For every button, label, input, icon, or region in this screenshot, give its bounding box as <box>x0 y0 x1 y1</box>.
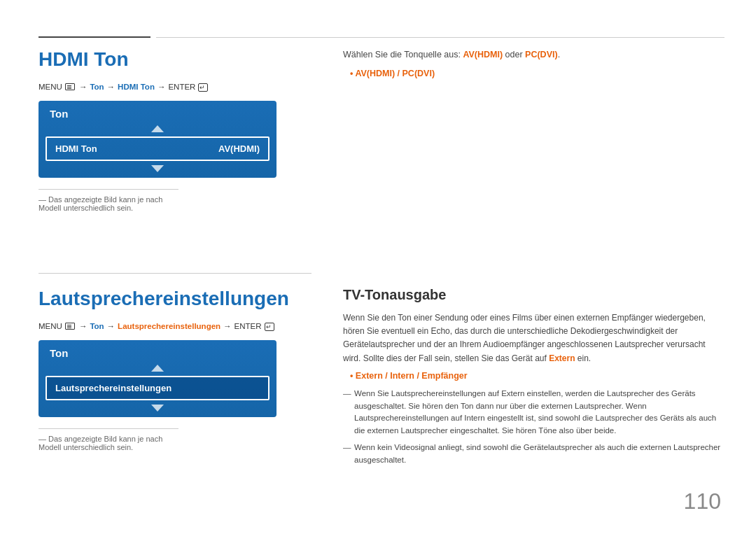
arrow2: → <box>107 83 115 91</box>
laut-tv-box: Ton Lautsprechereinstellungen <box>38 340 276 417</box>
av-hdmi-text: AV(HDMI) <box>463 50 503 59</box>
laut-tv-box-down-arrow <box>38 403 276 417</box>
note1-laut2: Lautsprechereinstellungen <box>354 414 449 422</box>
section-divider <box>38 273 312 274</box>
arrow1: → <box>79 83 88 91</box>
tv-tonausgabe-title: TV-Tonausgabe <box>343 287 724 303</box>
laut-image-note: Das angezeigte Bild kann je nach Modell … <box>38 428 178 451</box>
tv-tonausgabe-note1: Wenn Sie Lautsprechereinstellungen auf E… <box>343 388 724 437</box>
laut-enter-icon <box>265 323 274 331</box>
hdmi-ton-bullets: AV(HDMI) / PC(DVI) <box>343 69 724 78</box>
tv-tonausgabe-bullets: Extern / Intern / Empfänger <box>343 371 724 381</box>
laut-arrow1: → <box>79 322 88 330</box>
note1-extern: Extern <box>501 389 524 398</box>
svg-marker-2 <box>151 365 164 372</box>
laut-tv-box-item: Lautsprechereinstellungen <box>46 376 270 400</box>
tv-box-up-arrow <box>38 124 276 134</box>
tv-box-item-value: AV(HDMI) <box>218 143 260 154</box>
desc-period: . <box>558 50 560 59</box>
laut-menu-label: MENU <box>38 322 62 330</box>
arrow3: → <box>158 83 166 91</box>
page-number: 110 <box>684 489 721 514</box>
desc-or: oder <box>503 50 525 59</box>
hdmi-ton-image-note: Das angezeigte Bild kann je nach Modell … <box>38 189 178 212</box>
laut-ton-label: Ton <box>90 322 104 330</box>
laut-menu-path: MENU → Ton → Lautsprechereinstellungen →… <box>38 322 312 330</box>
laut-arrow2: → <box>107 322 115 330</box>
laut-tv-box-header: Ton <box>38 340 276 363</box>
enter-label: ENTER <box>168 83 195 91</box>
top-rules <box>38 36 724 38</box>
menu-label: MENU <box>38 83 62 91</box>
laut-arrow3: → <box>223 322 232 330</box>
laut-enter-label: ENTER <box>234 322 262 330</box>
pc-dvi-text: PC(DVI) <box>525 50 558 59</box>
tv-tonausgabe-note2: Wenn kein Videosignal anliegt, sind sowo… <box>343 442 724 467</box>
laut-tv-box-item-label: Lautsprechereinstellungen <box>55 383 172 393</box>
svg-marker-0 <box>151 125 164 132</box>
rule-long <box>156 37 724 38</box>
hdmi-ton-right: Wählen Sie die Tonquelle aus: AV(HDMI) o… <box>343 48 724 85</box>
hdmi-ton-bullet-item: AV(HDMI) / PC(DVI) <box>350 69 724 78</box>
laut-menu-icon <box>65 323 75 330</box>
extern-highlight: Extern <box>549 353 575 363</box>
tv-box-item: HDMI Ton AV(HDMI) <box>46 136 270 161</box>
hdmi-ton-desc: Wählen Sie die Tonquelle aus: AV(HDMI) o… <box>343 48 724 62</box>
laut-nav-label: Lautsprechereinstellungen <box>118 322 220 330</box>
hdmi-ton-nav-label: HDMI Ton <box>118 83 155 91</box>
laut-section: Lautsprechereinstellungen MENU → Ton → L… <box>38 287 312 451</box>
enter-icon <box>198 83 208 92</box>
tv-box-header: Ton <box>38 101 276 124</box>
tv-box-down-arrow <box>38 164 276 178</box>
laut-title: Lautsprechereinstellungen <box>38 287 312 311</box>
hdmi-ton-menu-path: MENU → Ton → HDMI Ton → ENTER <box>38 83 312 91</box>
rule-short <box>38 36 150 38</box>
menu-icon <box>65 83 75 90</box>
svg-marker-1 <box>151 165 164 172</box>
desc-text-before: Wählen Sie die Tonquelle aus: <box>343 50 463 59</box>
hdmi-ton-title: HDMI Ton <box>38 48 312 71</box>
note1-laut: Lautsprechereinstellungen <box>391 389 486 398</box>
tv-tonausgabe-bullet: Extern / Intern / Empfänger <box>350 371 724 381</box>
laut-tv-box-up-arrow <box>38 363 276 373</box>
hdmi-ton-section: HDMI Ton MENU → Ton → HDMI Ton → ENTER T… <box>38 48 312 212</box>
tv-box-item-label: HDMI Ton <box>55 143 97 154</box>
tv-tonausgabe-desc: Wenn Sie den Ton einer Sendung oder eine… <box>343 311 724 365</box>
note1-intern: Intern <box>464 414 484 422</box>
svg-marker-3 <box>151 405 164 412</box>
ton-label: Ton <box>90 83 104 91</box>
page-container: HDMI Ton MENU → Ton → HDMI Ton → ENTER T… <box>0 0 756 534</box>
tv-tonausgabe-section: TV-Tonausgabe Wenn Sie den Ton einer Sen… <box>343 287 724 471</box>
hdmi-ton-tv-box: Ton HDMI Ton AV(HDMI) <box>38 101 276 178</box>
